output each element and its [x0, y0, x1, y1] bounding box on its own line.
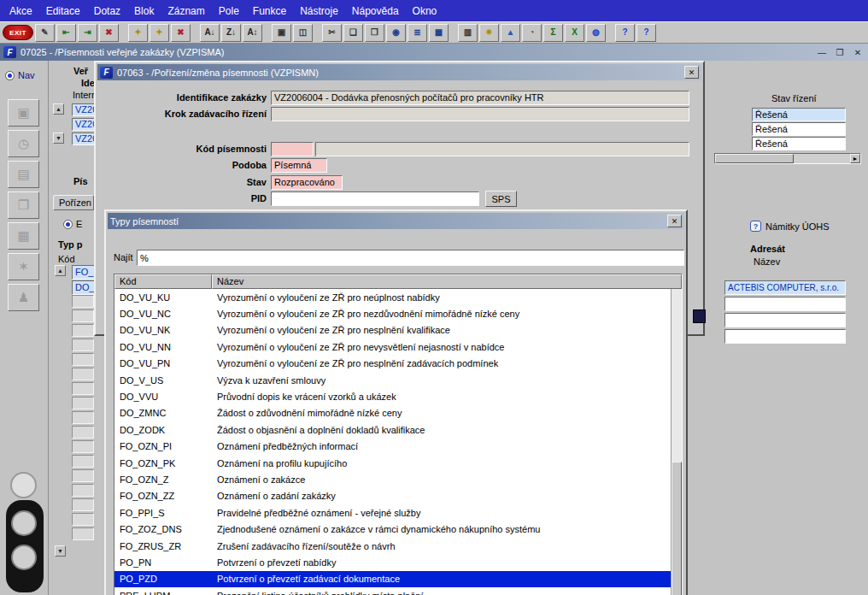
- pie-icon[interactable]: ◔: [522, 24, 542, 42]
- scroll-down-button[interactable]: ▼: [55, 545, 66, 557]
- record-down-button[interactable]: ▼: [53, 133, 64, 144]
- globe-icon[interactable]: ◍: [586, 24, 606, 42]
- podoba-field[interactable]: Písemná: [271, 158, 327, 173]
- key-delete-icon[interactable]: ✖: [171, 24, 191, 42]
- clipboard-icon[interactable]: ▥: [458, 24, 478, 42]
- list-item[interactable]: FO_OZN_PIOznámení předběžných informací: [114, 439, 671, 455]
- notes-button[interactable]: ▤: [8, 161, 39, 188]
- list-values-icon[interactable]: ≣: [408, 24, 427, 42]
- menu-záznam[interactable]: Záznam: [161, 3, 210, 19]
- list-item[interactable]: FO_ZOZ_DNSZjednodušené oznámení o zakázc…: [114, 521, 671, 537]
- adresat-empty-field[interactable]: [724, 313, 846, 327]
- adresat-empty-field[interactable]: [724, 329, 846, 344]
- list-item[interactable]: FO_ZRUS_ZRZrušení zadávacího řízení/sout…: [114, 538, 671, 554]
- sort-asc-icon[interactable]: A↓: [200, 24, 220, 42]
- menu-funkce[interactable]: Funkce: [247, 3, 292, 19]
- excel-icon[interactable]: X: [565, 24, 584, 42]
- list-item[interactable]: PO_PNPotvrzení o převzetí nabídky: [114, 554, 671, 570]
- stav-rizeni-value[interactable]: Řešená: [752, 108, 846, 121]
- pid-field[interactable]: [271, 191, 479, 206]
- list-item[interactable]: DO_VVUPrůvodní dopis ke vrácení vzorků a…: [114, 388, 671, 404]
- import-icon[interactable]: ⇤: [56, 24, 76, 42]
- clock-button[interactable]: ◷: [8, 130, 39, 157]
- list-item[interactable]: FO_OZN_ZOznámení o zakázce: [114, 471, 671, 487]
- exit-button[interactable]: EXIT: [3, 25, 33, 40]
- list-item[interactable]: DO_ZODKŽádost o objasnění a doplnění dok…: [114, 421, 671, 438]
- cut-icon[interactable]: ✂: [322, 24, 342, 42]
- list-item[interactable]: FO_OZN_PKOznámení na profilu kupujícího: [114, 455, 671, 471]
- record-up-button[interactable]: ▲: [53, 103, 64, 115]
- tab-porizeni[interactable]: Pořízen: [53, 195, 94, 210]
- copy-icon[interactable]: ❑: [343, 24, 363, 42]
- sigma-icon[interactable]: Σ: [543, 24, 563, 42]
- scrollbar-thumb[interactable]: [715, 154, 794, 163]
- stav-field[interactable]: Rozpracováno: [271, 175, 343, 190]
- print-icon[interactable]: ▣: [272, 24, 291, 42]
- scrollbar-thumb[interactable]: [672, 462, 682, 595]
- scroll-up-button[interactable]: ▲: [55, 265, 66, 276]
- adresat-value-field[interactable]: ACTEBIS COMPUTER, s.r.o.: [724, 280, 846, 295]
- sort-desc-icon[interactable]: Z↓: [221, 24, 241, 42]
- restore-button[interactable]: ❐: [833, 46, 847, 58]
- partial-lov-button[interactable]: [693, 309, 706, 323]
- star-button[interactable]: ✶: [8, 253, 39, 280]
- list-item[interactable]: DO_VU_NCVyrozumění o vyloučení ze ZŘ pro…: [114, 305, 671, 321]
- cancel-icon[interactable]: ✖: [99, 24, 119, 42]
- mountain-icon[interactable]: ▲: [501, 24, 520, 42]
- list-item[interactable]: PO_PZDPotvrzení o převzetí zadávací doku…: [114, 571, 671, 587]
- menu-pole[interactable]: Pole: [213, 3, 245, 19]
- close-button[interactable]: ✕: [851, 46, 865, 58]
- menu-okno[interactable]: Okno: [407, 3, 443, 19]
- list-item[interactable]: DO_VU_NKVyrozumění o vyloučení ze ZŘ pro…: [114, 322, 671, 339]
- adresat-empty-field[interactable]: [724, 297, 846, 311]
- find-icon[interactable]: ◉: [386, 24, 406, 42]
- vertical-scrollbar[interactable]: [671, 289, 682, 595]
- key-copy-icon[interactable]: ✦: [150, 24, 169, 42]
- list-item[interactable]: PRE_LUPMPrezenční listina účastníků proh…: [114, 587, 671, 595]
- menu-nástroje[interactable]: Nástroje: [294, 3, 344, 19]
- modal-typy-close-button[interactable]: ✕: [667, 215, 682, 227]
- menu-nápověda[interactable]: Nápověda: [346, 3, 405, 19]
- column-header-nazev[interactable]: Název: [212, 274, 682, 289]
- grid-button[interactable]: ▦: [8, 222, 39, 250]
- copy-button[interactable]: ❐: [8, 191, 39, 219]
- paste-icon[interactable]: ❒: [365, 24, 384, 42]
- help-icon[interactable]: ?: [615, 24, 635, 42]
- menu-editace[interactable]: Editace: [40, 3, 86, 19]
- modal-porizeni-close-button[interactable]: ✕: [684, 66, 699, 79]
- key-create-icon[interactable]: ✦: [128, 24, 148, 42]
- list-item[interactable]: DO_VU_NNVyrozumění o vyloučení ze ZŘ pro…: [114, 339, 671, 355]
- kod-pisemnosti-field[interactable]: [271, 142, 314, 156]
- list-item[interactable]: DO_V_USVýzva k uzavření smlouvy: [114, 372, 671, 388]
- list-item[interactable]: DO_ZMNCŽádost o zdůvodnění mimořádně níz…: [114, 405, 671, 421]
- sps-button[interactable]: SPS: [485, 191, 517, 207]
- list-item[interactable]: FO_PPI_SPravidelné předběžné oznámení - …: [114, 504, 671, 521]
- column-header-kod[interactable]: Kód: [114, 274, 212, 289]
- list-item[interactable]: DO_VU_PNVyrozumění o vyloučení ze ZŘ pro…: [114, 356, 671, 372]
- modal-typy-titlebar[interactable]: Typy písemností ✕: [108, 213, 684, 229]
- scroll-right-button[interactable]: ►: [850, 154, 860, 163]
- stav-rizeni-value[interactable]: Řešená: [752, 122, 846, 136]
- menu-dotaz[interactable]: Dotaz: [88, 3, 126, 19]
- sort-toggle-icon[interactable]: A↕: [243, 24, 262, 42]
- export-icon[interactable]: ⇥: [78, 24, 97, 42]
- najit-input[interactable]: [137, 250, 684, 266]
- save-icon[interactable]: ✎: [35, 24, 55, 42]
- radio-e[interactable]: E: [63, 219, 82, 229]
- nav-radio[interactable]: Nav: [5, 70, 35, 80]
- person-button[interactable]: ♟: [8, 284, 39, 311]
- print-preview-icon[interactable]: ◫: [293, 24, 313, 42]
- menu-akce[interactable]: Akce: [3, 3, 38, 19]
- main-window-titlebar[interactable]: F 07025 - /Písemnosti veřejné zakázky (V…: [0, 44, 868, 61]
- menu-blok[interactable]: Blok: [128, 3, 160, 19]
- grid-add-icon[interactable]: ▦: [429, 24, 449, 42]
- image-button[interactable]: ▣: [8, 99, 39, 127]
- minimize-button[interactable]: —: [815, 46, 829, 58]
- help-book-icon[interactable]: ?: [636, 24, 656, 42]
- modal-porizeni-titlebar[interactable]: F 07063 - /Pořízení/změna písemnosti (VZ…: [97, 64, 701, 80]
- star-icon[interactable]: ✷: [479, 24, 499, 42]
- list-item[interactable]: FO_OZN_ZZOznámení o zadání zakázky: [114, 488, 671, 504]
- list-item[interactable]: DO_VU_KUVyrozumění o vyloučení ze ZŘ pro…: [114, 289, 671, 305]
- stav-rizeni-value[interactable]: Řešená: [752, 137, 846, 150]
- horizontal-scrollbar[interactable]: ►: [714, 153, 861, 164]
